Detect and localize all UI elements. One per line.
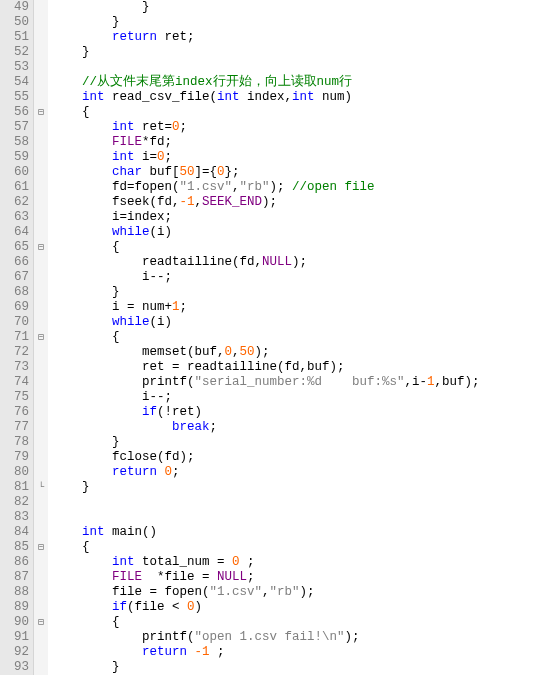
fold-marker — [34, 270, 48, 285]
line-number: 58 — [0, 135, 29, 150]
code-line[interactable]: i--; — [52, 270, 536, 285]
code-line[interactable]: } — [52, 435, 536, 450]
line-number: 52 — [0, 45, 29, 60]
code-line[interactable]: } — [52, 0, 536, 15]
code-line[interactable]: return -1 ; — [52, 645, 536, 660]
line-number: 61 — [0, 180, 29, 195]
line-number: 91 — [0, 630, 29, 645]
line-number: 56 — [0, 105, 29, 120]
code-line[interactable]: FILE*fd; — [52, 135, 536, 150]
line-number: 93 — [0, 660, 29, 675]
code-line[interactable]: { — [52, 330, 536, 345]
code-line[interactable]: } — [52, 660, 536, 675]
code-line[interactable]: printf("serial_number:%d buf:%s",i-1,buf… — [52, 375, 536, 390]
code-line[interactable]: ret = readtailline(fd,buf); — [52, 360, 536, 375]
fold-marker — [34, 375, 48, 390]
code-line[interactable]: i=index; — [52, 210, 536, 225]
code-line[interactable]: if(file < 0) — [52, 600, 536, 615]
fold-marker[interactable]: ⊟ — [34, 540, 48, 555]
line-number: 77 — [0, 420, 29, 435]
fold-marker — [34, 90, 48, 105]
fold-marker — [34, 300, 48, 315]
fold-marker — [34, 360, 48, 375]
line-number: 67 — [0, 270, 29, 285]
fold-marker[interactable]: ⊟ — [34, 240, 48, 255]
line-number: 81 — [0, 480, 29, 495]
code-line[interactable]: int read_csv_file(int index,int num) — [52, 90, 536, 105]
fold-marker[interactable]: ⊟ — [34, 105, 48, 120]
code-line[interactable]: } — [52, 480, 536, 495]
code-area[interactable]: } } return ret; } //从文件末尾第index行开始，向上读取n… — [48, 0, 536, 675]
line-number: 82 — [0, 495, 29, 510]
line-number: 66 — [0, 255, 29, 270]
code-line[interactable]: readtailline(fd,NULL); — [52, 255, 536, 270]
fold-marker — [34, 645, 48, 660]
fold-marker — [34, 420, 48, 435]
code-line[interactable]: while(i) — [52, 315, 536, 330]
code-line[interactable]: fclose(fd); — [52, 450, 536, 465]
line-number: 86 — [0, 555, 29, 570]
code-line[interactable]: { — [52, 240, 536, 255]
code-line[interactable]: fseek(fd,-1,SEEK_END); — [52, 195, 536, 210]
line-number: 78 — [0, 435, 29, 450]
code-line[interactable] — [52, 495, 536, 510]
code-line[interactable]: return 0; — [52, 465, 536, 480]
code-line[interactable] — [52, 510, 536, 525]
code-line[interactable]: } — [52, 285, 536, 300]
fold-marker[interactable]: └ — [34, 480, 48, 495]
code-line[interactable]: return ret; — [52, 30, 536, 45]
fold-marker — [34, 225, 48, 240]
code-line[interactable]: } — [52, 15, 536, 30]
fold-marker — [34, 60, 48, 75]
fold-marker — [34, 600, 48, 615]
line-number: 70 — [0, 315, 29, 330]
code-line[interactable]: int main() — [52, 525, 536, 540]
line-number: 89 — [0, 600, 29, 615]
fold-marker — [34, 570, 48, 585]
code-line[interactable]: int ret=0; — [52, 120, 536, 135]
fold-marker — [34, 75, 48, 90]
line-number: 90 — [0, 615, 29, 630]
code-line[interactable]: char buf[50]={0}; — [52, 165, 536, 180]
code-line[interactable] — [52, 60, 536, 75]
code-line[interactable]: i = num+1; — [52, 300, 536, 315]
code-line[interactable]: file = fopen("1.csv","rb"); — [52, 585, 536, 600]
fold-marker — [34, 195, 48, 210]
code-line[interactable]: while(i) — [52, 225, 536, 240]
fold-marker — [34, 630, 48, 645]
code-line[interactable]: } — [52, 45, 536, 60]
line-number: 65 — [0, 240, 29, 255]
fold-marker — [34, 345, 48, 360]
code-line[interactable]: { — [52, 615, 536, 630]
code-line[interactable]: break; — [52, 420, 536, 435]
line-number: 83 — [0, 510, 29, 525]
code-line[interactable]: int i=0; — [52, 150, 536, 165]
fold-marker — [34, 30, 48, 45]
line-number: 59 — [0, 150, 29, 165]
line-number: 64 — [0, 225, 29, 240]
code-line[interactable]: { — [52, 105, 536, 120]
fold-marker[interactable]: ⊟ — [34, 615, 48, 630]
line-number: 88 — [0, 585, 29, 600]
code-line[interactable]: fd=fopen("1.csv","rb"); //open file — [52, 180, 536, 195]
code-line[interactable]: int total_num = 0 ; — [52, 555, 536, 570]
code-line[interactable]: //从文件末尾第index行开始，向上读取num行 — [52, 75, 536, 90]
fold-marker — [34, 165, 48, 180]
line-number: 75 — [0, 390, 29, 405]
line-number: 69 — [0, 300, 29, 315]
code-line[interactable]: FILE *file = NULL; — [52, 570, 536, 585]
fold-marker — [34, 150, 48, 165]
fold-marker — [34, 495, 48, 510]
line-number: 76 — [0, 405, 29, 420]
code-line[interactable]: memset(buf,0,50); — [52, 345, 536, 360]
code-line[interactable]: printf("open 1.csv fail!\n"); — [52, 630, 536, 645]
code-line[interactable]: { — [52, 540, 536, 555]
line-number: 72 — [0, 345, 29, 360]
fold-marker[interactable]: ⊟ — [34, 330, 48, 345]
code-line[interactable]: if(!ret) — [52, 405, 536, 420]
fold-marker — [34, 120, 48, 135]
line-number: 92 — [0, 645, 29, 660]
line-number: 60 — [0, 165, 29, 180]
code-line[interactable]: i--; — [52, 390, 536, 405]
fold-marker — [34, 135, 48, 150]
